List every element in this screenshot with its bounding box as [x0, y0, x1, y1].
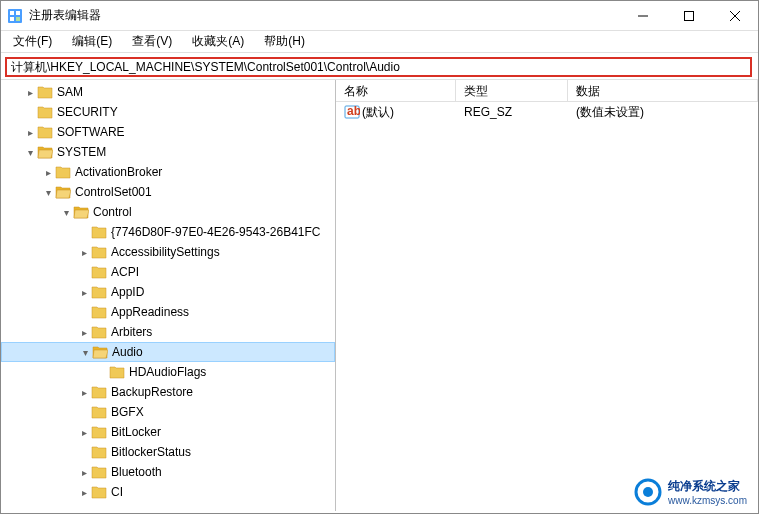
menu-file[interactable]: 文件(F): [5, 31, 60, 52]
tree-node[interactable]: ▸AppID: [1, 282, 335, 302]
tree-label: Control: [93, 205, 132, 219]
folder-icon: [91, 465, 107, 479]
tree-node[interactable]: HDAudioFlags: [1, 362, 335, 382]
menu-help[interactable]: 帮助(H): [256, 31, 313, 52]
folder-icon: [91, 285, 107, 299]
menu-favorites[interactable]: 收藏夹(A): [184, 31, 252, 52]
folder-icon: [91, 245, 107, 259]
tree-node[interactable]: AppReadiness: [1, 302, 335, 322]
tree-label: AccessibilitySettings: [111, 245, 220, 259]
folder-icon: [91, 485, 107, 499]
tree-node[interactable]: ▸SOFTWARE: [1, 122, 335, 142]
expander-icon[interactable]: ▾: [23, 147, 37, 158]
folder-icon: [37, 105, 53, 119]
expander-icon[interactable]: ▸: [77, 287, 91, 298]
folder-icon: [55, 185, 71, 199]
expander-icon[interactable]: ▸: [77, 427, 91, 438]
list-header: 名称 类型 数据: [336, 80, 758, 102]
address-text: 计算机\HKEY_LOCAL_MACHINE\SYSTEM\ControlSet…: [11, 59, 400, 76]
tree-label: Audio: [112, 345, 143, 359]
watermark-icon: [634, 478, 662, 506]
tree-label: ActivationBroker: [75, 165, 162, 179]
cell-type: REG_SZ: [456, 103, 568, 121]
svg-rect-3: [10, 17, 14, 21]
tree-label: Bluetooth: [111, 465, 162, 479]
close-button[interactable]: [712, 1, 758, 31]
folder-icon: [91, 265, 107, 279]
tree-node[interactable]: {7746D80F-97E0-4E26-9543-26B41FC: [1, 222, 335, 242]
expander-icon[interactable]: ▸: [23, 87, 37, 98]
minimize-icon: [638, 11, 648, 21]
maximize-button[interactable]: [666, 1, 712, 31]
tree-node[interactable]: ▸Bluetooth: [1, 462, 335, 482]
window-title: 注册表编辑器: [29, 7, 620, 24]
tree-node[interactable]: ▾Audio: [1, 342, 335, 362]
watermark-url: www.kzmsys.com: [668, 495, 747, 506]
folder-icon: [109, 365, 125, 379]
titlebar[interactable]: 注册表编辑器: [1, 1, 758, 31]
tree-view[interactable]: ▸SAMSECURITY▸SOFTWARE▾SYSTEM▸ActivationB…: [1, 80, 336, 511]
expander-icon[interactable]: ▾: [59, 207, 73, 218]
menu-view[interactable]: 查看(V): [124, 31, 180, 52]
expander-icon[interactable]: ▸: [77, 387, 91, 398]
tree-node[interactable]: ▾ControlSet001: [1, 182, 335, 202]
expander-icon[interactable]: ▸: [23, 127, 37, 138]
expander-icon[interactable]: ▾: [78, 347, 92, 358]
tree-node[interactable]: ▸ActivationBroker: [1, 162, 335, 182]
expander-icon[interactable]: ▸: [77, 467, 91, 478]
tree-node[interactable]: ▸CI: [1, 482, 335, 502]
folder-icon: [91, 425, 107, 439]
expander-icon[interactable]: ▸: [77, 327, 91, 338]
tree-node[interactable]: BitlockerStatus: [1, 442, 335, 462]
column-name[interactable]: 名称: [336, 80, 456, 101]
window-buttons: [620, 1, 758, 30]
tree-node[interactable]: ▸AccessibilitySettings: [1, 242, 335, 262]
svg-point-12: [643, 487, 653, 497]
tree-node[interactable]: ▸BackupRestore: [1, 382, 335, 402]
tree-node[interactable]: ▾Control: [1, 202, 335, 222]
list-view[interactable]: 名称 类型 数据 ab(默认)REG_SZ(数值未设置): [336, 80, 758, 511]
expander-icon[interactable]: ▾: [41, 187, 55, 198]
menu-edit[interactable]: 编辑(E): [64, 31, 120, 52]
tree-label: BGFX: [111, 405, 144, 419]
app-icon: [7, 8, 23, 24]
tree-label: ACPI: [111, 265, 139, 279]
list-row[interactable]: ab(默认)REG_SZ(数值未设置): [336, 102, 758, 122]
registry-editor-window: 注册表编辑器 文件(F) 编辑(E) 查看(V) 收藏夹(A) 帮助(H) 计算…: [0, 0, 759, 514]
tree-node[interactable]: ▸BitLocker: [1, 422, 335, 442]
tree-node[interactable]: SECURITY: [1, 102, 335, 122]
tree-label: BitLocker: [111, 425, 161, 439]
watermark: 纯净系统之家 www.kzmsys.com: [634, 478, 747, 506]
tree-label: AppReadiness: [111, 305, 189, 319]
close-icon: [730, 11, 740, 21]
tree-label: SECURITY: [57, 105, 118, 119]
watermark-site: 纯净系统之家: [668, 478, 747, 495]
folder-icon: [55, 165, 71, 179]
main-area: ▸SAMSECURITY▸SOFTWARE▾SYSTEM▸ActivationB…: [1, 79, 758, 511]
tree-node[interactable]: ACPI: [1, 262, 335, 282]
folder-icon: [92, 345, 108, 359]
svg-rect-4: [16, 17, 20, 21]
expander-icon[interactable]: ▸: [77, 487, 91, 498]
cell-name: ab(默认): [336, 102, 456, 123]
tree-label: CI: [111, 485, 123, 499]
column-data[interactable]: 数据: [568, 80, 758, 101]
tree-label: AppID: [111, 285, 144, 299]
minimize-button[interactable]: [620, 1, 666, 31]
folder-icon: [37, 145, 53, 159]
folder-icon: [91, 225, 107, 239]
tree-node[interactable]: ▸SAM: [1, 82, 335, 102]
tree-label: ControlSet001: [75, 185, 152, 199]
tree-node[interactable]: ▸Arbiters: [1, 322, 335, 342]
tree-node[interactable]: ▾SYSTEM: [1, 142, 335, 162]
tree-node[interactable]: BGFX: [1, 402, 335, 422]
folder-icon: [73, 205, 89, 219]
column-type[interactable]: 类型: [456, 80, 568, 101]
tree-label: Arbiters: [111, 325, 152, 339]
address-bar[interactable]: 计算机\HKEY_LOCAL_MACHINE\SYSTEM\ControlSet…: [5, 57, 752, 77]
expander-icon[interactable]: ▸: [41, 167, 55, 178]
cell-data: (数值未设置): [568, 102, 758, 123]
tree-label: HDAudioFlags: [129, 365, 206, 379]
string-value-icon: ab: [344, 105, 360, 119]
expander-icon[interactable]: ▸: [77, 247, 91, 258]
